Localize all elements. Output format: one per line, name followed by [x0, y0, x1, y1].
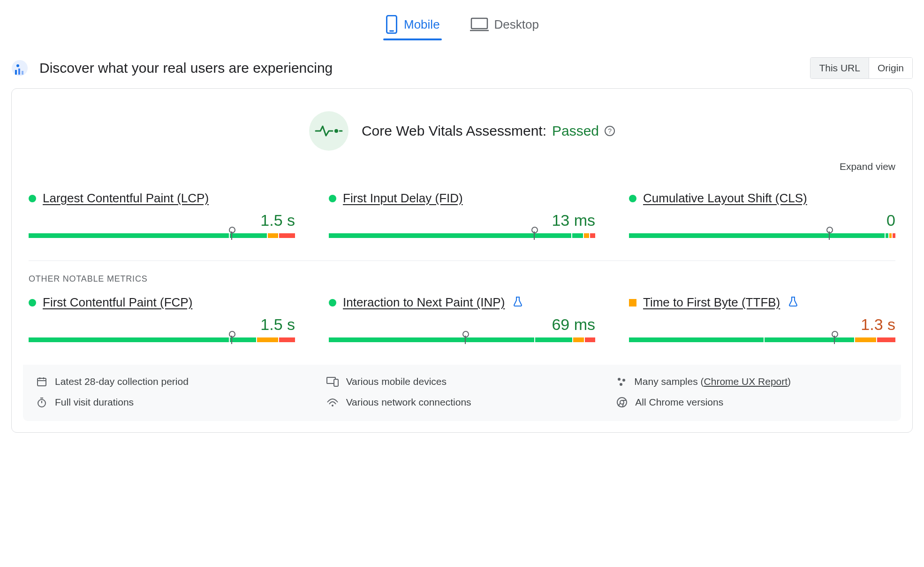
footer-duration-text: Full visit durations: [55, 397, 134, 408]
metric-cls: Cumulative Layout Shift (CLS) 0: [629, 191, 895, 238]
assessment-text: Core Web Vitals Assessment: Passed ?: [362, 123, 615, 139]
core-metrics-grid: Largest Contentful Paint (LCP) 1.5 s Fir…: [12, 184, 912, 244]
toggle-origin[interactable]: Origin: [869, 58, 912, 78]
tab-desktop[interactable]: Desktop: [468, 11, 541, 40]
footer-duration: Full visit durations: [36, 397, 308, 408]
scope-toggle: This URL Origin: [810, 57, 913, 79]
assessment-status: Passed: [552, 123, 599, 139]
metric-inp: Interaction to Next Paint (INP) 69 ms: [329, 295, 595, 342]
network-icon: [326, 398, 339, 407]
footer-samples-text: Many samples (Chrome UX Report): [634, 376, 791, 387]
metric-lcp-dist: [29, 233, 295, 238]
calendar-icon: [36, 376, 47, 387]
section-header: Discover what your real users are experi…: [0, 46, 924, 88]
metric-lcp-name[interactable]: Largest Contentful Paint (LCP): [43, 191, 209, 206]
footer-versions-text: All Chrome versions: [635, 397, 723, 408]
metric-fid-value: 13 ms: [552, 211, 595, 229]
desktop-icon: [470, 17, 489, 32]
tab-mobile-label: Mobile: [404, 17, 440, 32]
status-dot-icon: [329, 195, 336, 202]
metric-inp-value: 69 ms: [552, 315, 595, 333]
crux-icon: [11, 60, 28, 77]
tab-mobile[interactable]: Mobile: [383, 11, 442, 40]
svg-rect-16: [334, 379, 338, 386]
scatter-icon: [616, 376, 627, 387]
crux-report-link[interactable]: Chrome UX Report: [704, 376, 788, 387]
devices-icon: [326, 376, 339, 387]
metric-inp-dist: [329, 337, 595, 342]
footer-period-text: Latest 28-day collection period: [55, 376, 189, 387]
toggle-this-url[interactable]: This URL: [810, 58, 869, 78]
metric-fid: First Input Delay (FID) 13 ms: [329, 191, 595, 238]
divider: [29, 261, 895, 261]
metric-cls-dist: [629, 233, 895, 238]
metric-fid-dist: [329, 233, 595, 238]
status-dot-icon: [329, 299, 336, 306]
metric-cls-name[interactable]: Cumulative Layout Shift (CLS): [643, 191, 807, 206]
chrome-icon: [616, 397, 628, 408]
footer-samples: Many samples (Chrome UX Report): [616, 376, 888, 387]
metric-fcp-name[interactable]: First Contentful Paint (FCP): [43, 295, 192, 310]
tab-desktop-label: Desktop: [494, 17, 539, 32]
flask-icon[interactable]: [788, 296, 798, 309]
device-tabs: Mobile Desktop: [0, 0, 924, 46]
svg-point-18: [622, 379, 625, 382]
svg-point-9: [334, 129, 338, 133]
other-metrics-grid: First Contentful Paint (FCP) 1.5 s Inter…: [12, 288, 912, 348]
footer-network-text: Various network connections: [346, 397, 471, 408]
footer-devices-text: Various mobile devices: [346, 376, 447, 387]
flask-icon[interactable]: [513, 296, 523, 309]
svg-rect-11: [38, 378, 46, 386]
metric-ttfb-dist: [629, 337, 895, 342]
metric-fcp-dist: [29, 337, 295, 342]
status-dot-icon: [629, 195, 636, 202]
cwv-assessment: Core Web Vitals Assessment: Passed ?: [12, 89, 912, 156]
mobile-icon: [385, 15, 398, 34]
svg-rect-7: [18, 69, 20, 75]
other-metrics-label: OTHER NOTABLE METRICS: [12, 274, 912, 288]
footer-network: Various network connections: [326, 397, 598, 408]
data-source-footer: Latest 28-day collection period Various …: [23, 365, 901, 421]
svg-point-17: [618, 378, 621, 381]
footer-devices: Various mobile devices: [326, 376, 598, 387]
metric-inp-name[interactable]: Interaction to Next Paint (INP): [343, 295, 505, 310]
status-square-icon: [629, 299, 636, 306]
metric-fcp: First Contentful Paint (FCP) 1.5 s: [29, 295, 295, 342]
status-dot-icon: [29, 195, 36, 202]
metric-ttfb-name[interactable]: Time to First Byte (TTFB): [643, 295, 780, 310]
svg-point-23: [332, 405, 333, 406]
assessment-prefix: Core Web Vitals Assessment:: [362, 123, 546, 139]
help-icon[interactable]: ?: [605, 126, 615, 136]
stopwatch-icon: [36, 397, 47, 408]
status-dot-icon: [29, 299, 36, 306]
svg-point-5: [16, 64, 19, 67]
svg-point-19: [620, 383, 622, 386]
footer-versions: All Chrome versions: [616, 397, 888, 408]
metric-cls-value: 0: [886, 211, 895, 229]
metric-fcp-value: 1.5 s: [260, 315, 295, 333]
field-data-card: Core Web Vitals Assessment: Passed ? Exp…: [11, 88, 913, 433]
pulse-icon: [309, 111, 348, 151]
svg-rect-2: [471, 18, 487, 29]
svg-rect-6: [15, 70, 17, 75]
expand-view-link[interactable]: Expand view: [840, 161, 895, 172]
svg-rect-8: [22, 71, 23, 75]
metric-ttfb-value: 1.3 s: [861, 315, 895, 333]
metric-lcp-value: 1.5 s: [260, 211, 295, 229]
metric-fid-name[interactable]: First Input Delay (FID): [343, 191, 463, 206]
page-title: Discover what your real users are experi…: [39, 60, 799, 76]
metric-lcp: Largest Contentful Paint (LCP) 1.5 s: [29, 191, 295, 238]
metric-ttfb: Time to First Byte (TTFB) 1.3 s: [629, 295, 895, 342]
footer-period: Latest 28-day collection period: [36, 376, 308, 387]
